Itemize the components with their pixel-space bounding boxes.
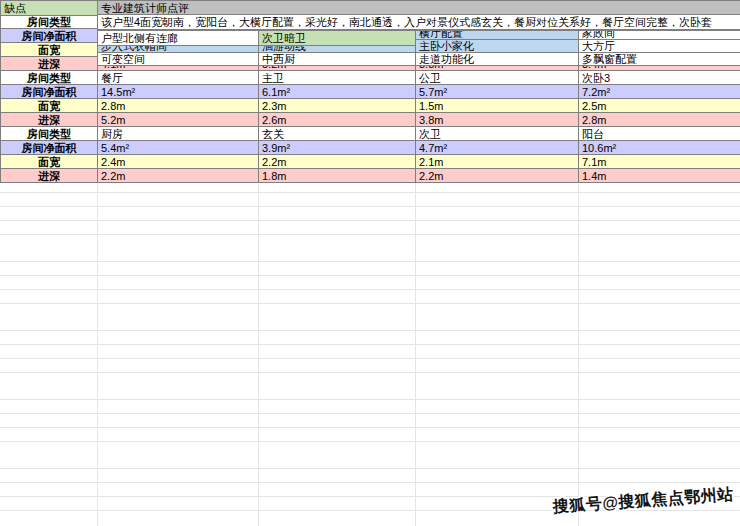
row-label-cell[interactable]: 房间净面积 — [1, 141, 98, 155]
con-item-cell[interactable]: 户型北侧有连廊 — [98, 31, 259, 46]
room-depth-cell[interactable]: 2.2m — [416, 169, 579, 183]
pro-item-cell[interactable]: 中西厨 — [259, 53, 416, 66]
review-text-cell[interactable]: 该户型4面宽朝南，宽阳台，大横厅配置，采光好，南北通透，入户对景仪式感玄关，餐厨… — [98, 15, 740, 30]
room-width-cell[interactable]: 2.3m — [259, 99, 416, 113]
room-name-cell[interactable]: 厨房 — [98, 127, 259, 141]
row-label-cell[interactable]: 房间净面积 — [1, 85, 98, 99]
empty-cell — [416, 31, 579, 46]
room-area-cell[interactable]: 14.5m² — [98, 85, 259, 99]
room-depth-cell[interactable]: 5.2m — [98, 113, 259, 127]
room-name-cell[interactable]: 次卧3 — [579, 71, 740, 85]
row-label-cell[interactable]: 进深 — [1, 113, 98, 127]
row-label-cell[interactable]: 面宽 — [1, 155, 98, 169]
room-area-cell[interactable]: 5.7m² — [416, 85, 579, 99]
watermark: 搜狐号@搜狐焦点鄂州站 — [552, 484, 734, 518]
spreadsheet: 179m²户型 4房2厅3卫 165m² 142m² 赠送飘窗 户内面积估算 地… — [0, 0, 740, 526]
row-label-cell[interactable]: 房间类型 — [1, 71, 98, 85]
room-depth-cell[interactable]: 2.8m — [579, 113, 740, 127]
room-area-cell[interactable]: 10.6m² — [579, 141, 740, 155]
room-width-cell[interactable]: 2.2m — [259, 155, 416, 169]
room-depth-cell[interactable]: 2.2m — [98, 169, 259, 183]
room-name-cell[interactable]: 次卫 — [416, 127, 579, 141]
room-width-cell[interactable]: 2.8m — [98, 99, 259, 113]
room-width-cell[interactable]: 1.5m — [416, 99, 579, 113]
room-area-cell[interactable]: 5.4m² — [98, 141, 259, 155]
empty-cell — [1, 53, 98, 66]
room-width-cell[interactable]: 2.5m — [579, 99, 740, 113]
room-area-cell[interactable]: 7.2m² — [579, 85, 740, 99]
pro-item-cell[interactable]: 走道功能化 — [416, 53, 579, 66]
row-label-cell[interactable]: 进深 — [1, 169, 98, 183]
room-name-cell[interactable]: 阳台 — [579, 127, 740, 141]
room-depth-cell[interactable]: 1.8m — [259, 169, 416, 183]
row-label-cell[interactable]: 面宽 — [1, 99, 98, 113]
room-width-cell[interactable]: 2.4m — [98, 155, 259, 169]
pro-item-cell[interactable]: 多飘窗配置 — [579, 53, 740, 66]
empty-cell — [1, 16, 98, 31]
room-name-cell[interactable]: 公卫 — [416, 71, 579, 85]
row-label-cell[interactable]: 房间类型 — [1, 127, 98, 141]
room-name-cell[interactable]: 玄关 — [259, 127, 416, 141]
room-width-cell[interactable]: 7.1m — [579, 155, 740, 169]
room-area-cell[interactable]: 3.9m² — [259, 141, 416, 155]
room-area-cell[interactable]: 4.7m² — [416, 141, 579, 155]
review-title-cell[interactable]: 专业建筑计师点评 — [98, 1, 740, 15]
room-depth-cell[interactable]: 3.8m — [416, 113, 579, 127]
empty-cell — [579, 31, 740, 46]
room-name-cell[interactable]: 餐厅 — [98, 71, 259, 85]
pro-item-cell[interactable]: 可变空间 — [98, 53, 259, 66]
review-table: 专业建筑计师点评 该户型4面宽朝南，宽阳台，大横厅配置，采光好，南北通透，入户对… — [97, 0, 740, 30]
empty-cell — [1, 31, 98, 46]
con-item-cell[interactable]: 次卫暗卫 — [259, 31, 416, 46]
room-depth-cell[interactable]: 1.4m — [579, 169, 740, 183]
room-name-cell[interactable]: 主卫 — [259, 71, 416, 85]
room-depth-cell[interactable]: 2.6m — [259, 113, 416, 127]
cons-label-cell[interactable]: 缺点 — [1, 1, 98, 16]
room-width-cell[interactable]: 2.1m — [416, 155, 579, 169]
room-area-cell[interactable]: 6.1m² — [259, 85, 416, 99]
